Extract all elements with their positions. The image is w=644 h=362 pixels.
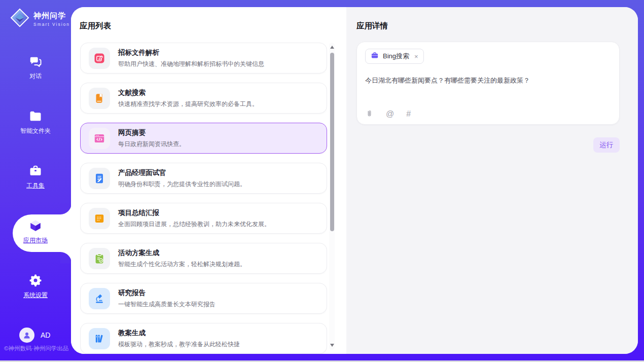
folder-icon (28, 108, 43, 124)
hash-icon[interactable]: # (406, 110, 411, 118)
scrollbar[interactable] (329, 43, 335, 350)
active-tab-fillet-bottom (60, 252, 71, 263)
user-initials: AD (41, 331, 50, 339)
books-icon (89, 328, 110, 349)
app-detail-panel: 应用详情 Bing搜索 × 今日湖北有哪些新闻要点？有哪些需要关注的最新政策？ … (346, 7, 638, 354)
active-tab-fillet-top (60, 203, 71, 214)
tool-tag-bing-search[interactable]: Bing搜索 × (365, 49, 424, 64)
sidebar: 神州问学 Smart Vision 对话 智能文件夹 工具集 应用市场 系统设置… (0, 0, 71, 362)
tag-label: Bing搜索 (383, 52, 409, 61)
chat-icon (28, 54, 43, 69)
app-card-title: 产品经理面试官 (118, 168, 246, 177)
sidebar-item-4[interactable]: 系统设置 (0, 273, 71, 302)
app-window: 神州问学 Smart Vision 对话 智能文件夹 工具集 应用市场 系统设置… (0, 0, 644, 362)
prompt-input-card[interactable]: Bing搜索 × 今日湖北有哪些新闻要点？有哪些需要关注的最新政策？ @# (356, 42, 620, 125)
main-content: 应用列表 招标文件解析 帮助用户快速、准确地理解和解析招标书中的关键信息 文献搜… (71, 7, 638, 354)
doc-pen-icon (89, 168, 110, 189)
app-card-desc: 模板驱动，教案秒成，教学准备从此轻松快捷 (118, 340, 240, 349)
sidebar-item-1[interactable]: 智能文件夹 (0, 108, 71, 138)
app-card-desc: 明确身份和职责，为您提供专业性的面试问题。 (118, 180, 246, 189)
app-card-title: 教案生成 (118, 329, 240, 338)
at-icon[interactable]: @ (386, 110, 394, 118)
brand-name: 神州问学 (33, 11, 70, 21)
briefcase-icon (28, 163, 43, 178)
user-account[interactable]: AD (19, 328, 50, 343)
brand-subtitle: Smart Vision (33, 22, 70, 27)
app-card-desc: 一键智能生成高质量长文本研究报告 (118, 300, 216, 309)
app-card[interactable]: 研究报告 一键智能生成高质量长文本研究报告 (80, 283, 327, 314)
app-list-panel: 应用列表 招标文件解析 帮助用户快速、准确地理解和解析招标书中的关键信息 文献搜… (71, 7, 346, 354)
sidebar-item-2[interactable]: 工具集 (0, 163, 71, 193)
gear-icon (28, 273, 43, 288)
microscope-icon (89, 288, 110, 309)
app-card-desc: 帮助用户快速、准确地理解和解析招标书中的关键信息 (118, 60, 264, 68)
paperclip-icon[interactable] (365, 110, 374, 118)
run-button[interactable]: 运行 (593, 137, 620, 153)
app-card[interactable]: 招标文件解析 帮助用户快速、准确地理解和解析招标书中的关键信息 (80, 43, 327, 74)
book-icon (89, 88, 110, 109)
avatar[interactable] (19, 328, 34, 343)
app-list: 招标文件解析 帮助用户快速、准确地理解和解析招标书中的关键信息 文献搜索 快速精… (80, 43, 327, 354)
sidebar-item-0[interactable]: 对话 (0, 54, 71, 83)
app-card-desc: 快速精准查找学术资源，提高研究效率的必备工具。 (118, 100, 258, 108)
app-card[interactable]: 网页摘要 每日政府新闻资讯快查。 (80, 123, 327, 154)
app-card[interactable]: 文献搜索 快速精准查找学术资源，提高研究效率的必备工具。 (80, 83, 327, 114)
app-card-title: 研究报告 (118, 288, 216, 298)
app-list-title: 应用列表 (80, 21, 111, 31)
query-text[interactable]: 今日湖北有哪些新闻要点？有哪些需要关注的最新政策？ (365, 76, 611, 86)
app-card-title: 活动方案生成 (118, 248, 246, 258)
sidebar-nav: 对话 智能文件夹 工具集 应用市场 系统设置 (0, 54, 71, 328)
cube-icon (28, 218, 43, 233)
app-card[interactable]: 项目总结汇报 全面回顾项目进展，总结经验教训，助力未来优化发展。 (80, 203, 327, 234)
diamond-logo-icon (10, 8, 29, 29)
app-card-title: 网页摘要 (118, 128, 185, 137)
app-card-title: 项目总结汇报 (118, 208, 270, 218)
app-card[interactable]: 产品经理面试官 明确身份和职责，为您提供专业性的面试问题。 (80, 163, 327, 194)
brand-logo: 神州问学 Smart Vision (10, 8, 70, 29)
briefcase-icon (371, 51, 379, 61)
tag-close-icon[interactable]: × (414, 53, 418, 60)
note-icon (89, 208, 110, 229)
app-card[interactable]: 教案生成 模板驱动，教案秒成，教学准备从此轻松快捷 (80, 323, 327, 354)
scrollbar-thumb[interactable] (330, 53, 334, 231)
sidebar-item-3[interactable]: 应用市场 (0, 218, 71, 247)
browser-code-icon (89, 128, 110, 149)
app-card-title: 文献搜索 (118, 88, 258, 97)
app-card-desc: 全面回顾项目进展，总结经验教训，助力未来优化发展。 (118, 220, 270, 229)
scroll-down-arrow-icon[interactable] (330, 344, 334, 347)
app-card-desc: 每日政府新闻资讯快查。 (118, 140, 185, 149)
input-toolbar: @# (365, 110, 411, 118)
edit-square-icon (89, 48, 110, 69)
copyright-footer: ©神州数码·神州问学出品 (4, 345, 75, 352)
clipboard-check-icon (89, 248, 110, 269)
app-card[interactable]: 活动方案生成 智能生成个性化活动方案，轻松解决规划难题。 (80, 243, 327, 274)
scroll-up-arrow-icon[interactable] (330, 46, 334, 49)
app-card-title: 招标文件解析 (118, 48, 264, 57)
app-detail-title: 应用详情 (356, 21, 388, 31)
app-card-desc: 智能生成个性化活动方案，轻松解决规划难题。 (118, 260, 246, 269)
